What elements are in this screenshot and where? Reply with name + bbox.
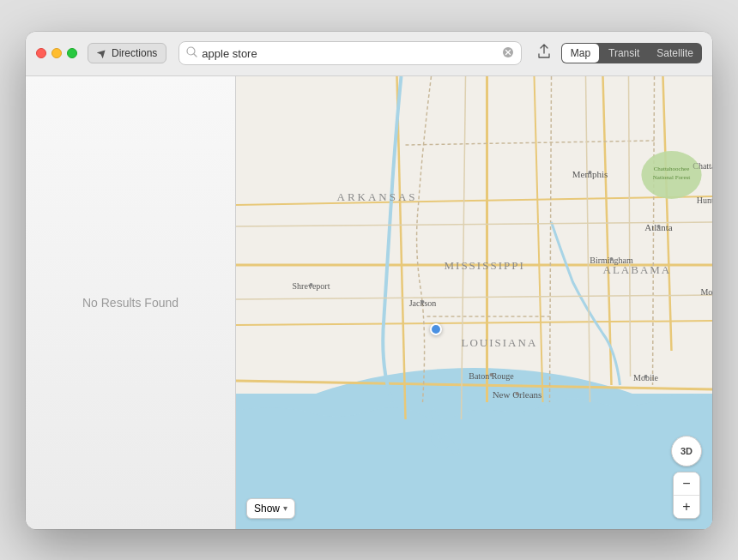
map-overlay-controls: Show ▾ [246,498,295,519]
svg-line-2 [194,54,197,57]
zoom-out-icon: − [682,476,690,491]
search-icon [186,46,197,60]
svg-point-41 [610,257,614,261]
svg-text:Montgomery: Montgomery [700,287,712,297]
svg-marker-0 [97,48,107,58]
3d-label: 3D [681,446,693,456]
zoom-controls: − + [673,472,700,519]
svg-point-49 [490,373,493,376]
svg-point-47 [421,300,425,304]
zoom-in-icon: + [682,499,690,515]
svg-point-51 [516,392,519,395]
traffic-lights [36,48,77,58]
titlebar: Directions [26,32,712,76]
svg-point-53 [644,375,648,378]
navigation-icon [97,48,107,58]
map-container[interactable]: ARKANSAS MISSISSIPPI ALABAMA GEORGIA LOU… [236,76,712,529]
share-button[interactable] [534,42,554,64]
map-type-map[interactable]: Map [562,44,599,63]
close-button[interactable] [36,48,46,58]
svg-point-45 [310,283,313,286]
map-background: ARKANSAS MISSISSIPPI ALABAMA GEORGIA LOU… [236,76,712,529]
map-type-buttons: Map Transit Satellite [561,43,702,63]
svg-text:Chattahoochee: Chattahoochee [654,166,690,172]
map-type-satellite[interactable]: Satellite [648,43,702,63]
3d-button[interactable]: 3D [671,436,702,467]
search-input[interactable] [202,47,497,60]
map-controls: 3D − + [671,436,702,519]
show-button[interactable]: Show ▾ [246,498,295,519]
svg-text:MISSISSIPPI: MISSISSIPPI [445,259,525,272]
show-chevron-icon: ▾ [283,503,287,513]
svg-text:LOUISIANA: LOUISIANA [462,336,538,349]
content-area: No Results Found [26,76,712,529]
no-results-text: No Results Found [82,296,178,310]
search-bar[interactable] [178,41,521,65]
maximize-button[interactable] [67,48,77,58]
directions-label: Directions [112,47,157,59]
svg-text:Huntsville: Huntsville [697,196,712,205]
svg-point-35 [589,171,592,174]
svg-point-39 [657,225,661,228]
sidebar: No Results Found [26,76,236,529]
clear-icon[interactable] [502,46,514,60]
map-type-transit[interactable]: Transit [600,43,648,63]
svg-text:ARKANSAS: ARKANSAS [337,190,418,203]
show-label: Show [254,503,280,515]
zoom-out-button[interactable]: − [674,473,699,495]
minimize-button[interactable] [51,48,62,58]
zoom-in-button[interactable]: + [674,496,699,518]
svg-text:National Forest: National Forest [653,174,690,181]
location-dot [430,323,442,335]
svg-text:ALABAMA: ALABAMA [603,263,672,276]
maps-window: Directions [26,32,712,529]
directions-button[interactable]: Directions [88,43,166,63]
